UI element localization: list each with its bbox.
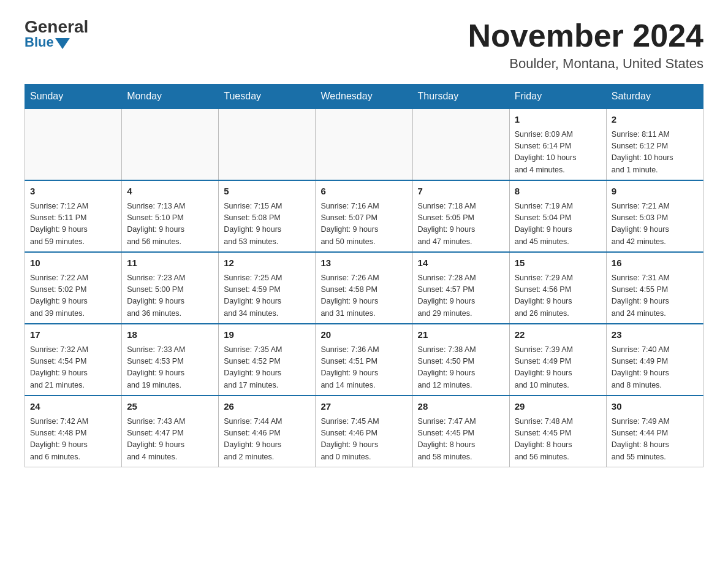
- day-number: 17: [30, 328, 116, 342]
- day-info: Sunrise: 7:26 AM Sunset: 4:58 PM Dayligh…: [320, 272, 407, 320]
- weekday-header-monday: Monday: [122, 85, 219, 109]
- day-number: 27: [320, 400, 407, 414]
- calendar-cell: 5Sunrise: 7:15 AM Sunset: 5:08 PM Daylig…: [219, 180, 316, 252]
- calendar-cell: 23Sunrise: 7:40 AM Sunset: 4:49 PM Dayli…: [606, 324, 703, 396]
- day-number: 9: [612, 185, 698, 199]
- day-number: 19: [224, 328, 310, 342]
- calendar-cell: 10Sunrise: 7:22 AM Sunset: 5:02 PM Dayli…: [25, 252, 122, 324]
- day-info: Sunrise: 8:09 AM Sunset: 6:14 PM Dayligh…: [515, 129, 601, 177]
- calendar-cell: [25, 109, 122, 180]
- calendar-cell: 30Sunrise: 7:49 AM Sunset: 4:44 PM Dayli…: [606, 396, 703, 467]
- day-info: Sunrise: 7:44 AM Sunset: 4:46 PM Dayligh…: [224, 416, 310, 464]
- day-number: 2: [612, 113, 698, 127]
- calendar-cell: 11Sunrise: 7:23 AM Sunset: 5:00 PM Dayli…: [122, 252, 219, 324]
- day-info: Sunrise: 7:22 AM Sunset: 5:02 PM Dayligh…: [30, 272, 116, 320]
- day-number: 6: [320, 185, 407, 199]
- weekday-header-tuesday: Tuesday: [219, 85, 316, 109]
- calendar-cell: 21Sunrise: 7:38 AM Sunset: 4:50 PM Dayli…: [412, 324, 509, 396]
- calendar-cell: 13Sunrise: 7:26 AM Sunset: 4:58 PM Dayli…: [316, 252, 412, 324]
- day-info: Sunrise: 7:40 AM Sunset: 4:49 PM Dayligh…: [612, 344, 698, 392]
- day-number: 22: [515, 328, 601, 342]
- calendar-cell: 28Sunrise: 7:47 AM Sunset: 4:45 PM Dayli…: [412, 396, 509, 467]
- calendar-cell: [219, 109, 316, 180]
- day-number: 18: [127, 328, 213, 342]
- month-title: November 2024: [468, 18, 703, 53]
- day-number: 11: [127, 256, 213, 270]
- calendar-cell: 12Sunrise: 7:25 AM Sunset: 4:59 PM Dayli…: [219, 252, 316, 324]
- calendar-cell: 8Sunrise: 7:19 AM Sunset: 5:04 PM Daylig…: [509, 180, 606, 252]
- day-info: Sunrise: 7:36 AM Sunset: 4:51 PM Dayligh…: [320, 344, 407, 392]
- day-info: Sunrise: 8:11 AM Sunset: 6:12 PM Dayligh…: [612, 129, 698, 177]
- calendar-cell: 29Sunrise: 7:48 AM Sunset: 4:45 PM Dayli…: [509, 396, 606, 467]
- day-info: Sunrise: 7:21 AM Sunset: 5:03 PM Dayligh…: [612, 201, 698, 248]
- day-number: 26: [224, 400, 310, 414]
- day-number: 15: [515, 256, 601, 270]
- calendar-cell: 3Sunrise: 7:12 AM Sunset: 5:11 PM Daylig…: [25, 180, 122, 252]
- day-info: Sunrise: 7:31 AM Sunset: 4:55 PM Dayligh…: [612, 272, 698, 320]
- day-number: 12: [224, 256, 310, 270]
- day-info: Sunrise: 7:38 AM Sunset: 4:50 PM Dayligh…: [418, 344, 504, 392]
- calendar-cell: 22Sunrise: 7:39 AM Sunset: 4:49 PM Dayli…: [509, 324, 606, 396]
- day-info: Sunrise: 7:48 AM Sunset: 4:45 PM Dayligh…: [515, 416, 601, 464]
- day-number: 13: [320, 256, 407, 270]
- calendar-cell: 18Sunrise: 7:33 AM Sunset: 4:53 PM Dayli…: [122, 324, 219, 396]
- day-info: Sunrise: 7:47 AM Sunset: 4:45 PM Dayligh…: [418, 416, 504, 464]
- day-info: Sunrise: 7:35 AM Sunset: 4:52 PM Dayligh…: [224, 344, 310, 392]
- weekday-header-saturday: Saturday: [606, 85, 703, 109]
- day-number: 23: [612, 328, 698, 342]
- logo-triangle-icon: [55, 38, 70, 49]
- day-number: 3: [30, 185, 116, 199]
- day-number: 4: [127, 185, 213, 199]
- logo: General Blue: [25, 18, 88, 49]
- day-info: Sunrise: 7:25 AM Sunset: 4:59 PM Dayligh…: [224, 272, 310, 320]
- calendar-cell: 1Sunrise: 8:09 AM Sunset: 6:14 PM Daylig…: [509, 109, 606, 180]
- weekday-header-friday: Friday: [509, 85, 606, 109]
- calendar-cell: 2Sunrise: 8:11 AM Sunset: 6:12 PM Daylig…: [606, 109, 703, 180]
- day-info: Sunrise: 7:18 AM Sunset: 5:05 PM Dayligh…: [418, 201, 504, 248]
- day-number: 21: [418, 328, 504, 342]
- day-info: Sunrise: 7:39 AM Sunset: 4:49 PM Dayligh…: [515, 344, 601, 392]
- day-info: Sunrise: 7:33 AM Sunset: 4:53 PM Dayligh…: [127, 344, 213, 392]
- calendar-cell: 15Sunrise: 7:29 AM Sunset: 4:56 PM Dayli…: [509, 252, 606, 324]
- location-text: Boulder, Montana, United States: [468, 56, 703, 72]
- calendar-cell: 20Sunrise: 7:36 AM Sunset: 4:51 PM Dayli…: [316, 324, 412, 396]
- day-info: Sunrise: 7:49 AM Sunset: 4:44 PM Dayligh…: [612, 416, 698, 464]
- day-number: 10: [30, 256, 116, 270]
- calendar-cell: [412, 109, 509, 180]
- logo-general-text: General: [25, 18, 88, 36]
- calendar-cell: 19Sunrise: 7:35 AM Sunset: 4:52 PM Dayli…: [219, 324, 316, 396]
- day-number: 29: [515, 400, 601, 414]
- weekday-header-thursday: Thursday: [412, 85, 509, 109]
- week-row-5: 24Sunrise: 7:42 AM Sunset: 4:48 PM Dayli…: [25, 396, 703, 467]
- calendar-table: SundayMondayTuesdayWednesdayThursdayFrid…: [25, 84, 703, 467]
- calendar-cell: [316, 109, 412, 180]
- day-info: Sunrise: 7:28 AM Sunset: 4:57 PM Dayligh…: [418, 272, 504, 320]
- day-number: 1: [515, 113, 601, 127]
- day-number: 20: [320, 328, 407, 342]
- day-info: Sunrise: 7:42 AM Sunset: 4:48 PM Dayligh…: [30, 416, 116, 464]
- day-info: Sunrise: 7:45 AM Sunset: 4:46 PM Dayligh…: [320, 416, 407, 464]
- day-number: 28: [418, 400, 504, 414]
- calendar-cell: 24Sunrise: 7:42 AM Sunset: 4:48 PM Dayli…: [25, 396, 122, 467]
- day-number: 7: [418, 185, 504, 199]
- page-header: General Blue November 2024 Boulder, Mont…: [25, 18, 703, 72]
- day-info: Sunrise: 7:12 AM Sunset: 5:11 PM Dayligh…: [30, 201, 116, 248]
- day-info: Sunrise: 7:43 AM Sunset: 4:47 PM Dayligh…: [127, 416, 213, 464]
- title-section: November 2024 Boulder, Montana, United S…: [468, 18, 703, 72]
- weekday-header-sunday: Sunday: [25, 85, 122, 109]
- calendar-cell: 17Sunrise: 7:32 AM Sunset: 4:54 PM Dayli…: [25, 324, 122, 396]
- day-info: Sunrise: 7:23 AM Sunset: 5:00 PM Dayligh…: [127, 272, 213, 320]
- calendar-cell: 4Sunrise: 7:13 AM Sunset: 5:10 PM Daylig…: [122, 180, 219, 252]
- day-info: Sunrise: 7:29 AM Sunset: 4:56 PM Dayligh…: [515, 272, 601, 320]
- week-row-2: 3Sunrise: 7:12 AM Sunset: 5:11 PM Daylig…: [25, 180, 703, 252]
- week-row-1: 1Sunrise: 8:09 AM Sunset: 6:14 PM Daylig…: [25, 109, 703, 180]
- week-row-4: 17Sunrise: 7:32 AM Sunset: 4:54 PM Dayli…: [25, 324, 703, 396]
- weekday-header-row: SundayMondayTuesdayWednesdayThursdayFrid…: [25, 85, 703, 109]
- calendar-cell: 26Sunrise: 7:44 AM Sunset: 4:46 PM Dayli…: [219, 396, 316, 467]
- calendar-cell: [122, 109, 219, 180]
- calendar-cell: 14Sunrise: 7:28 AM Sunset: 4:57 PM Dayli…: [412, 252, 509, 324]
- day-number: 25: [127, 400, 213, 414]
- logo-blue-text: Blue: [25, 36, 70, 49]
- day-number: 30: [612, 400, 698, 414]
- day-number: 24: [30, 400, 116, 414]
